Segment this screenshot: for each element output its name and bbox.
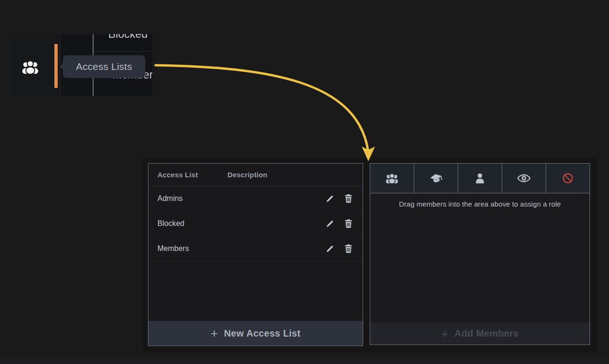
delete-icon[interactable] — [345, 244, 352, 253]
role-members-dropzone[interactable] — [458, 164, 502, 193]
access-list-row-admins[interactable]: Admins — [148, 186, 363, 211]
column-header-description: Description — [227, 171, 268, 179]
screen: Blocked Members Access Lists Access List… — [0, 0, 609, 364]
column-header-access-list: Access List — [157, 171, 227, 179]
members-panel: Drag members into the area above to assi… — [370, 163, 590, 345]
delete-icon[interactable] — [345, 219, 352, 228]
empty-area — [148, 261, 363, 321]
row-separator — [94, 51, 152, 52]
role-blocked-dropzone[interactable] — [546, 164, 590, 193]
edit-icon[interactable] — [326, 194, 334, 203]
new-access-list-label: New Access List — [224, 328, 301, 339]
edit-icon[interactable] — [326, 219, 334, 228]
plus-icon: + — [211, 327, 218, 339]
tooltip-label: Access Lists — [76, 61, 132, 72]
edit-icon[interactable] — [326, 244, 334, 253]
access-list-row-blocked[interactable]: Blocked — [148, 211, 363, 236]
access-list-name: Members — [157, 244, 326, 253]
role-instructors-dropzone[interactable] — [414, 164, 458, 193]
plus-icon: + — [441, 328, 448, 340]
tooltip-access-lists: Access Lists — [63, 55, 145, 78]
role-admins-dropzone[interactable] — [370, 164, 414, 193]
empty-drop-area — [370, 208, 590, 322]
role-dropzones — [370, 164, 590, 193]
row-actions — [326, 219, 352, 228]
access-lists-panel: Access List Description Admins — [148, 163, 363, 346]
partial-row-blocked: Blocked — [108, 34, 148, 41]
add-members-label: Add Members — [454, 328, 519, 339]
person-icon — [474, 173, 486, 183]
access-list-name: Blocked — [157, 219, 326, 228]
people-group-icon[interactable] — [21, 60, 39, 74]
active-nav-indicator — [54, 44, 58, 88]
table-header: Access List Description — [148, 164, 363, 186]
row-actions — [326, 244, 352, 253]
graduation-cap-icon — [430, 173, 443, 184]
panels-container: Access List Description Admins — [143, 157, 597, 353]
row-actions — [326, 194, 352, 203]
window-bottom-edge — [0, 358, 609, 364]
eye-icon — [517, 173, 531, 183]
drag-hint: Drag members into the area above to assi… — [370, 200, 590, 208]
add-members-button[interactable]: + Add Members — [370, 322, 590, 345]
prohibition-icon — [562, 173, 574, 184]
delete-icon[interactable] — [345, 194, 352, 203]
sidebar-rail — [12, 34, 60, 96]
access-list-row-members[interactable]: Members — [148, 236, 363, 261]
role-viewers-dropzone[interactable] — [502, 164, 546, 193]
access-list-name: Admins — [157, 194, 326, 203]
new-access-list-button[interactable]: + New Access List — [148, 321, 363, 346]
people-group-icon — [385, 173, 399, 183]
